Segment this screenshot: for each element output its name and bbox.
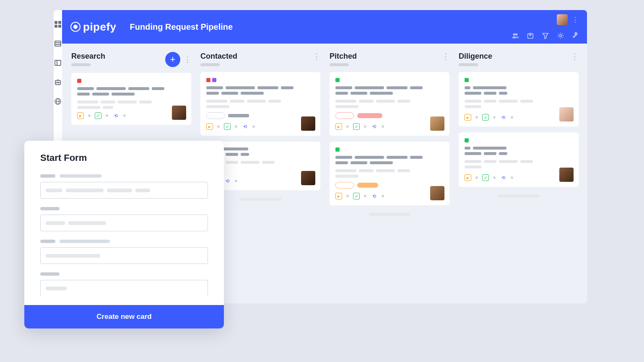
card-status-icon: ▸ [335,193,342,199]
svg-point-17 [515,34,517,36]
column-more-icon[interactable]: ⋮ [571,52,579,61]
card-sync-icon: ⟲ [371,193,377,199]
column-more-icon[interactable]: ⋮ [313,52,320,61]
brand-logo[interactable]: pipefy [70,21,117,34]
start-form-modal: Start Form Create new card [24,141,224,328]
svg-rect-3 [58,25,61,28]
card-status-icon: ▸ [206,123,213,130]
column-footer-placeholder [239,198,281,201]
card-tag [357,183,378,188]
column-more-icon[interactable]: ⋮ [184,55,191,64]
card-sync-icon: ⟲ [112,112,119,119]
column-more-icon[interactable]: ⋮ [442,52,449,61]
card-sync-icon: ⟲ [500,174,506,181]
svg-rect-4 [55,41,61,46]
card-checklist-icon: ✓ [482,174,489,181]
modal-title: Start Form [40,153,208,163]
add-card-button[interactable]: + [165,52,180,67]
card-status-icon: ▸ [465,114,471,121]
card-label [335,78,340,82]
assignee-avatar[interactable] [172,106,186,120]
card-sync-icon: ⟲ [242,123,248,130]
card-tag [357,113,382,118]
card-sync-icon: ⟲ [224,178,231,184]
filter-icon[interactable] [542,32,549,39]
card[interactable]: ▸ ✓ ⟲ [459,72,579,127]
column-subtitle-placeholder [330,63,349,66]
card[interactable]: ▸ ✓ ⟲ [330,72,449,136]
brand-text: pipefy [83,21,117,34]
assignee-avatar[interactable] [301,171,315,185]
bot-icon[interactable] [54,78,62,86]
svg-rect-7 [55,60,61,65]
card-sync-icon: ⟲ [371,123,377,130]
svg-point-10 [57,82,57,83]
card-checklist-icon: ✓ [353,193,360,199]
svg-rect-1 [58,21,61,24]
import-icon[interactable] [527,32,534,39]
card[interactable]: ▸ ✓ ⟲ [330,142,449,205]
card-label [77,79,81,83]
create-card-button[interactable]: Create new card [24,305,224,328]
card-sync-icon: ⟲ [500,114,506,121]
card-checklist-icon: ✓ [353,123,360,130]
pipe-header: pipefy Funding Request Pipeline ⋮ [62,10,587,44]
members-icon[interactable] [512,32,519,39]
card-status-icon: ▸ [465,174,471,181]
assignee-avatar[interactable] [559,107,574,122]
user-avatar[interactable] [557,14,568,25]
assignee-avatar[interactable] [559,168,574,182]
header-right: ⋮ [512,10,579,44]
form-field-2[interactable] [40,215,208,231]
column-footer-placeholder [498,194,540,197]
form-field-1[interactable] [40,182,208,199]
column-subtitle-placeholder [71,63,91,66]
card[interactable]: ▸ ✓ ⟲ [459,132,579,187]
column-title: Contacted [200,52,237,61]
card-label [212,78,216,82]
svg-point-16 [513,34,515,36]
card-tag [206,112,225,119]
pipe-title: Funding Request Pipeline [130,22,233,32]
card-status-icon: ▸ [77,112,84,119]
form-field-4[interactable] [40,280,208,297]
column-diligence: Diligence ⋮ ▸ ✓ ⟲ [459,52,579,295]
column-subtitle-placeholder [459,63,478,66]
assignee-avatar[interactable] [430,186,444,200]
svg-point-11 [58,82,59,83]
card[interactable]: ▸ ✓ ⟲ [71,73,191,125]
svg-rect-0 [55,21,57,24]
form-field-3[interactable] [40,247,208,264]
apps-icon[interactable] [54,20,62,28]
assignee-avatar[interactable] [301,116,315,131]
card-label [465,78,469,82]
assignee-avatar[interactable] [430,116,444,131]
column-subtitle-placeholder [200,63,220,66]
gear-icon[interactable] [557,32,564,39]
card[interactable]: ▸ ✓ ⟲ [200,72,320,136]
header-more-icon[interactable]: ⋮ [572,16,579,23]
wrench-icon[interactable] [572,32,579,39]
column-title: Pitched [330,52,357,61]
card-checklist-icon: ✓ [482,114,489,121]
board-icon[interactable] [54,59,62,67]
column-title: Research [71,52,105,61]
globe-icon[interactable] [54,97,62,106]
card-tag [335,112,354,119]
card-tag [335,182,354,189]
svg-rect-2 [55,25,57,28]
column-pitched: Pitched ⋮ ▸ ✓ [330,52,449,295]
card-label [206,78,210,82]
list-icon[interactable] [54,39,62,48]
card-status-icon: ▸ [335,123,342,130]
card-checklist-icon: ✓ [95,112,101,119]
column-footer-placeholder [369,213,410,216]
svg-point-19 [559,34,561,36]
card-label [465,138,469,142]
card-label [335,147,340,152]
card-checklist-icon: ✓ [224,123,231,130]
column-title: Diligence [459,52,492,61]
